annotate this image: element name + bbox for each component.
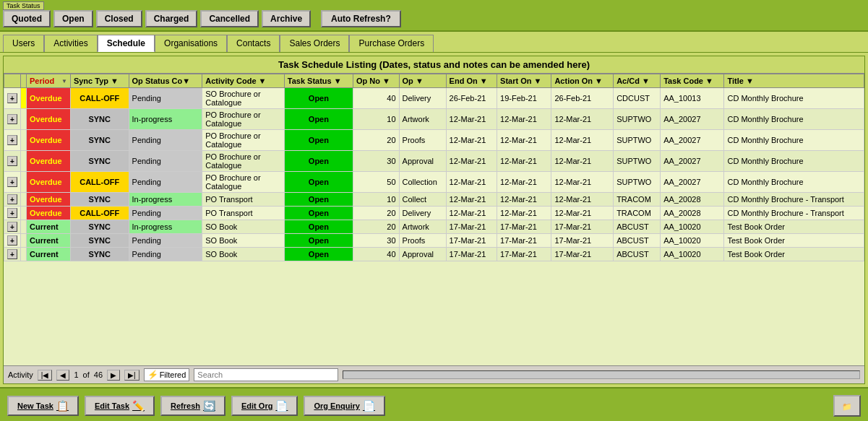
row-expand[interactable]: + bbox=[4, 207, 21, 220]
filter-badge[interactable]: ⚡ Filtered bbox=[144, 368, 190, 381]
charged-button[interactable]: Charged bbox=[145, 10, 198, 27]
filter-icon: ⚡ bbox=[147, 370, 158, 380]
row-op-no: 20 bbox=[353, 220, 400, 234]
row-op-no: 40 bbox=[353, 248, 400, 261]
horizontal-scrollbar[interactable] bbox=[343, 370, 860, 379]
filter-label: Filtered bbox=[160, 370, 186, 379]
row-sync-type: SYNC bbox=[70, 151, 129, 172]
row-expand[interactable]: + bbox=[4, 130, 21, 151]
row-sync-type: SYNC bbox=[70, 193, 129, 207]
row-start-on: 19-Feb-21 bbox=[497, 88, 551, 109]
org-enquiry-button[interactable]: Org Enquiry 📄 bbox=[304, 396, 385, 416]
col-header-actionon[interactable]: Action On ▼ bbox=[551, 74, 614, 88]
folder-button[interactable]: 📁 bbox=[833, 395, 861, 417]
col-header-period[interactable]: Period ▼ bbox=[27, 74, 71, 88]
search-input[interactable] bbox=[194, 368, 338, 381]
row-start-on: 12-Mar-21 bbox=[497, 172, 551, 193]
col-label-op: Op ▼ bbox=[403, 77, 424, 85]
col-header-endon[interactable]: End On ▼ bbox=[446, 74, 497, 88]
row-expand[interactable]: + bbox=[4, 220, 21, 234]
row-end-on: 17-Mar-21 bbox=[446, 248, 497, 261]
row-end-on: 12-Mar-21 bbox=[446, 130, 497, 151]
quoted-button[interactable]: Quoted bbox=[3, 10, 51, 27]
row-task-status: Open bbox=[284, 220, 353, 234]
row-expand[interactable]: + bbox=[4, 109, 21, 130]
cancelled-button[interactable]: Cancelled bbox=[200, 10, 259, 27]
row-end-on: 17-Mar-21 bbox=[446, 220, 497, 234]
col-header-accd[interactable]: Ac/Cd ▼ bbox=[614, 74, 661, 88]
col-header-starton[interactable]: Start On ▼ bbox=[497, 74, 551, 88]
nav-prev-button[interactable]: ◀ bbox=[56, 370, 69, 381]
row-ac-cd: TRACOM bbox=[614, 193, 661, 207]
col-label-taskcode: Task Code ▼ bbox=[663, 77, 713, 85]
tab-sales-orders[interactable]: Sales Orders bbox=[280, 35, 349, 52]
nav-first-button[interactable]: |◀ bbox=[38, 370, 53, 381]
row-task-code: AA_20027 bbox=[661, 172, 724, 193]
edit-task-label: Edit Task bbox=[95, 402, 129, 410]
col-header-title[interactable]: Title ▼ bbox=[724, 74, 864, 88]
col-header-synctype[interactable]: Sync Typ ▼ bbox=[70, 74, 129, 88]
row-start-on: 12-Mar-21 bbox=[497, 193, 551, 207]
row-sync-type: SYNC bbox=[70, 234, 129, 248]
col-header-opstatus[interactable]: Op Status Co▼ bbox=[129, 74, 202, 88]
col-header-color bbox=[21, 74, 27, 88]
row-sync-type: CALL-OFF bbox=[70, 207, 129, 220]
edit-org-button[interactable]: Edit Org 📄 bbox=[231, 396, 298, 416]
row-op-status: Pending bbox=[129, 88, 202, 109]
pagination-prefix: Activity bbox=[8, 370, 33, 379]
tab-users[interactable]: Users bbox=[3, 35, 44, 52]
row-activity-code: SO Book bbox=[202, 234, 285, 248]
nav-last-button[interactable]: ▶| bbox=[124, 370, 139, 381]
open-button[interactable]: Open bbox=[53, 10, 93, 27]
col-header-taskstatus[interactable]: Task Status ▼ bbox=[284, 74, 353, 88]
edit-task-button[interactable]: Edit Task ✏️ bbox=[85, 396, 155, 416]
row-expand[interactable]: + bbox=[4, 88, 21, 109]
row-op: Proofs bbox=[399, 234, 446, 248]
row-ac-cd: SUPTWO bbox=[614, 172, 661, 193]
row-start-on: 17-Mar-21 bbox=[497, 248, 551, 261]
col-header-actcode[interactable]: Activity Code ▼ bbox=[202, 74, 285, 88]
edit-task-icon: ✏️ bbox=[132, 400, 145, 412]
row-op-status: Pending bbox=[129, 130, 202, 151]
tab-contacts[interactable]: Contacts bbox=[227, 35, 280, 52]
row-activity-code: PO Brochure or Catalogue bbox=[202, 109, 285, 130]
sort-period[interactable]: ▼ bbox=[61, 78, 67, 84]
closed-button[interactable]: Closed bbox=[96, 10, 142, 27]
row-op: Artwork bbox=[399, 109, 446, 130]
nav-next-button[interactable]: ▶ bbox=[107, 370, 120, 381]
col-header-op[interactable]: Op ▼ bbox=[399, 74, 446, 88]
row-op-status: Pending bbox=[129, 172, 202, 193]
row-expand[interactable]: + bbox=[4, 151, 21, 172]
row-ac-cd: ABCUST bbox=[614, 220, 661, 234]
row-action-on: 17-Mar-21 bbox=[551, 248, 614, 261]
table-wrapper[interactable]: Period ▼ Sync Typ ▼ Op Status Co▼ bbox=[4, 74, 864, 365]
tab-organisations[interactable]: Organisations bbox=[155, 35, 227, 52]
row-ac-cd: TRACOM bbox=[614, 207, 661, 220]
row-expand[interactable]: + bbox=[4, 248, 21, 261]
tab-activities[interactable]: Activities bbox=[44, 35, 97, 52]
row-expand[interactable]: + bbox=[4, 193, 21, 207]
tab-purchase-orders[interactable]: Purchase Orders bbox=[349, 35, 434, 52]
row-color-bar bbox=[21, 220, 27, 234]
col-label-opstatus: Op Status Co▼ bbox=[132, 77, 191, 85]
tab-schedule[interactable]: Schedule bbox=[98, 35, 155, 52]
col-header-opno[interactable]: Op No ▼ bbox=[353, 74, 400, 88]
row-op-no: 30 bbox=[353, 151, 400, 172]
row-start-on: 12-Mar-21 bbox=[497, 109, 551, 130]
row-action-on: 12-Mar-21 bbox=[551, 109, 614, 130]
row-title: Test Book Order bbox=[724, 220, 864, 234]
row-action-on: 12-Mar-21 bbox=[551, 172, 614, 193]
refresh-button[interactable]: Refresh 🔄 bbox=[160, 396, 225, 416]
row-op-no: 50 bbox=[353, 172, 400, 193]
row-task-status: Open bbox=[284, 234, 353, 248]
row-action-on: 12-Mar-21 bbox=[551, 130, 614, 151]
row-expand[interactable]: + bbox=[4, 234, 21, 248]
archive-button[interactable]: Archive bbox=[262, 10, 311, 27]
auto-refresh-button[interactable]: Auto Refresh? bbox=[321, 10, 401, 27]
pagination-total: 46 bbox=[94, 370, 103, 379]
new-task-button[interactable]: New Task 📋 bbox=[7, 396, 79, 416]
row-op-no: 10 bbox=[353, 193, 400, 207]
row-expand[interactable]: + bbox=[4, 172, 21, 193]
col-header-taskcode[interactable]: Task Code ▼ bbox=[661, 74, 724, 88]
row-sync-type: SYNC bbox=[70, 220, 129, 234]
